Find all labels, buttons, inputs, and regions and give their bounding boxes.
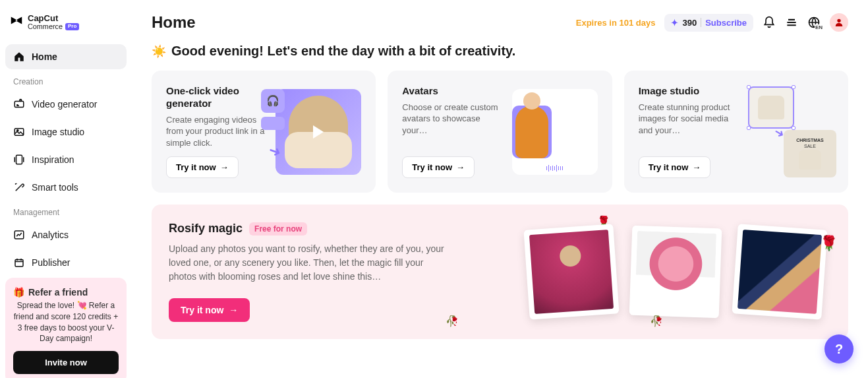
try-label: Try it now	[649, 162, 689, 172]
logo-text: CapCut Commerce Pro	[28, 14, 79, 30]
credits-value: 390	[682, 18, 697, 28]
gift-icon: 🎁	[13, 287, 24, 298]
svg-rect-0	[14, 102, 24, 108]
card-avatars[interactable]: Avatars Choose or create custom avatars …	[388, 71, 612, 193]
arrow-right-icon: →	[692, 162, 701, 172]
rosify-sample-2	[629, 226, 722, 319]
headphones-icon: 🎧	[261, 89, 285, 113]
nav-label: Image studio	[32, 127, 84, 137]
refer-desc: Spread the love! 💘 Refer a friend and sc…	[13, 300, 119, 344]
try-label: Try it now	[176, 162, 216, 172]
nav-inspiration[interactable]: Inspiration	[5, 147, 127, 172]
nav-label: Smart tools	[32, 182, 78, 193]
image-studio-icon	[13, 126, 25, 138]
sidebar: CapCut Commerce Pro Home Creation Video …	[0, 0, 132, 378]
refer-title-row: 🎁 Refer a friend	[13, 287, 119, 298]
greeting-row: ☀️ Good evening! Let's end the day with …	[152, 44, 848, 59]
help-icon: ?	[835, 342, 843, 357]
nav-label: Analytics	[32, 230, 69, 240]
nav-label: Home	[32, 51, 57, 62]
rosify-try-button[interactable]: Try it now →	[169, 298, 250, 322]
nav-smart-tools[interactable]: Smart tools	[5, 175, 127, 200]
greeting-text: Good evening! Let's end the day with a b…	[171, 44, 515, 59]
rosify-card: Rosify magic Free for now Upload any pho…	[152, 205, 848, 339]
try-label: Try it now	[412, 162, 452, 172]
brand-subline: Commerce	[28, 23, 63, 30]
svg-point-3	[17, 130, 18, 131]
arrow-right-icon: →	[456, 162, 465, 172]
bell-icon[interactable]	[763, 16, 776, 29]
analytics-icon	[13, 229, 25, 241]
curved-arrow-icon: ➜	[266, 141, 283, 162]
try-label: Try it now	[181, 305, 223, 315]
brand-name: CapCut	[28, 13, 58, 23]
rose-icon: 🌹	[820, 235, 838, 252]
arrow-right-icon: →	[220, 162, 229, 172]
card-title: Image studio	[639, 85, 740, 98]
try-button-avatars[interactable]: Try it now →	[402, 156, 475, 178]
card-desc: Create stunning product images for socia…	[639, 102, 740, 137]
smart-tools-icon	[13, 181, 25, 193]
card-title: One-click video generator	[166, 85, 268, 110]
user-avatar[interactable]	[830, 13, 848, 32]
try-button-video[interactable]: Try it now →	[166, 156, 239, 178]
card-illustration	[512, 89, 598, 175]
publisher-icon	[13, 257, 25, 268]
card-desc: Create engaging videos from your product…	[166, 114, 268, 149]
nav-label: Publisher	[32, 257, 70, 268]
svg-rect-4	[16, 155, 22, 164]
play-icon	[313, 125, 324, 139]
page-title: Home	[152, 13, 196, 32]
nav-publisher[interactable]: Publisher	[5, 250, 127, 275]
svg-point-8	[837, 19, 840, 22]
main-content: Home Expires in 101 days ✦ 390 Subscribe…	[132, 0, 868, 378]
waveform-icon	[517, 163, 593, 173]
refer-title: Refer a friend	[28, 287, 88, 298]
nav-label: Inspiration	[32, 154, 74, 165]
free-badge: Free for now	[249, 222, 307, 236]
nav-video-generator[interactable]: Video generator	[5, 92, 127, 117]
pro-badge: Pro	[65, 23, 79, 30]
card-video-generator[interactable]: One-click video generator Create engagin…	[152, 71, 376, 193]
brand-logo[interactable]: CapCut Commerce Pro	[5, 13, 127, 31]
rosify-desc: Upload any photos you want to rosify, wh…	[169, 242, 452, 284]
rosify-sample-1	[523, 224, 619, 320]
refer-card: 🎁 Refer a friend Spread the love! 💘 Refe…	[5, 278, 127, 378]
nav-image-studio[interactable]: Image studio	[5, 119, 127, 144]
rosify-sample-3	[732, 224, 827, 320]
nav-analytics[interactable]: Analytics	[5, 222, 127, 247]
card-illustration: 🎧 ➜	[275, 89, 361, 175]
diamond-icon: ✦	[671, 18, 678, 28]
invite-button[interactable]: Invite now	[13, 351, 119, 374]
card-illustration: ➜ CHRISTMASSALE	[748, 89, 834, 175]
sun-icon: ☀️	[152, 44, 166, 59]
inspiration-icon	[13, 154, 25, 166]
credits-pill: ✦ 390 Subscribe	[664, 14, 753, 32]
logo-mark-icon	[9, 13, 24, 31]
rose-petal-icon: 🥀	[446, 315, 459, 327]
card-title: Avatars	[402, 85, 504, 98]
menu-lines-icon[interactable]	[785, 16, 798, 29]
video-generator-icon	[13, 98, 25, 110]
nav-section-creation: Creation	[5, 72, 127, 89]
arrow-right-icon: →	[229, 305, 238, 315]
rosify-images: 🌹 🥀 🥀 🌹	[465, 222, 831, 322]
card-image-studio[interactable]: Image studio Create stunning product ima…	[624, 71, 848, 193]
nav-label: Video generator	[32, 99, 97, 110]
home-icon	[13, 51, 25, 63]
nav-section-management: Management	[5, 203, 127, 220]
try-button-studio[interactable]: Try it now →	[639, 156, 711, 178]
rosify-title: Rosify magic	[169, 222, 243, 236]
expires-text: Expires in 101 days	[576, 18, 656, 28]
topbar: Home Expires in 101 days ✦ 390 Subscribe…	[152, 13, 848, 32]
help-button[interactable]: ?	[825, 334, 854, 363]
svg-rect-6	[15, 260, 23, 267]
rose-petal-icon: 🥀	[650, 315, 663, 327]
nav-home[interactable]: Home	[5, 44, 127, 69]
language-icon[interactable]: EN	[807, 16, 821, 29]
card-desc: Choose or create custom avatars to showc…	[402, 102, 504, 137]
feature-cards-row: One-click video generator Create engagin…	[152, 71, 848, 193]
language-badge: EN	[815, 24, 823, 30]
subscribe-link[interactable]: Subscribe	[705, 18, 747, 28]
